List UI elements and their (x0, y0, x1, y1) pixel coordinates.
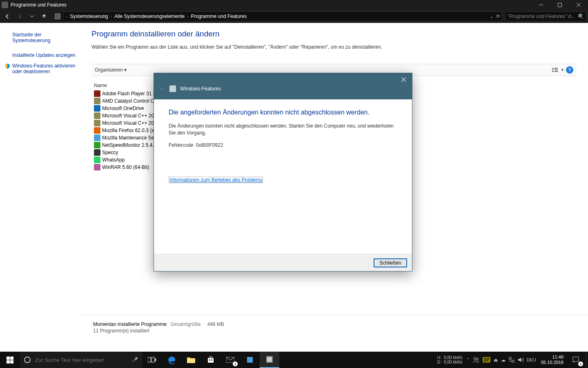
task-view-button[interactable] (142, 352, 162, 368)
program-icon (94, 135, 100, 141)
svg-rect-15 (187, 359, 195, 363)
net-speed-monitor[interactable]: U:0,00 kbit/s D:0,00 kbit/s (435, 355, 465, 364)
page-subtitle: Wählen Sie ein Programm aus der Liste au… (91, 44, 577, 50)
program-icon (94, 157, 100, 163)
nav-back-button[interactable] (2, 11, 13, 22)
status-title: Momentan installierte Programme (93, 321, 167, 327)
help-button[interactable]: ? (566, 66, 573, 74)
dialog-back-icon: ← (160, 85, 165, 92)
taskbar-settings-button[interactable] (240, 352, 260, 368)
dialog-heading: Die angeforderten Änderungen konnten nic… (169, 108, 397, 117)
svg-rect-9 (7, 360, 10, 364)
mic-icon[interactable]: 🎤 (132, 357, 138, 363)
breadcrumb[interactable]: Alle Systemsteuerungselemente (114, 13, 185, 19)
taskbar-mail-button[interactable] (220, 352, 240, 368)
breadcrumb[interactable]: Programme und Features (191, 13, 247, 19)
view-options-button[interactable] (550, 65, 561, 74)
svg-rect-8 (10, 357, 13, 360)
minimize-button[interactable] (532, 0, 550, 10)
organize-button[interactable]: Organisieren ▾ (95, 67, 127, 73)
breadcrumb[interactable]: Systemsteuerung (70, 13, 108, 19)
svg-rect-0 (558, 3, 562, 7)
svg-point-23 (477, 358, 479, 360)
volume-icon[interactable] (518, 357, 523, 363)
chevron-right-icon[interactable]: › (111, 14, 112, 19)
status-bar: Momentan installierte Programme Gesamtgr… (80, 315, 588, 339)
svg-rect-26 (573, 357, 579, 361)
search-icon: 🔍 (577, 13, 584, 19)
svg-rect-1 (552, 68, 554, 69)
lang-indicator[interactable]: DEU (527, 357, 536, 362)
svg-rect-14 (155, 358, 156, 361)
svg-rect-10 (10, 360, 13, 364)
tray-overflow-icon[interactable]: ˄ (467, 357, 470, 363)
onedrive-icon[interactable]: ☁ (501, 357, 506, 363)
taskbar-explorer-button[interactable] (181, 352, 201, 368)
address-bar[interactable]: › Systemsteuerung › Alle Systemsteuerung… (52, 11, 502, 21)
svg-rect-16 (209, 359, 210, 361)
chevron-down-icon[interactable]: ⌄ (490, 13, 494, 19)
svg-rect-3 (552, 71, 554, 72)
app-icon (2, 2, 8, 8)
nav-forward-button[interactable] (14, 11, 25, 22)
page-title: Programm deinstallieren oder ändern (91, 29, 577, 38)
taskbar-store-button[interactable] (201, 352, 220, 368)
svg-rect-25 (512, 360, 514, 362)
show-desktop-button[interactable] (586, 352, 588, 368)
start-button[interactable] (0, 352, 20, 368)
svg-rect-6 (555, 71, 558, 72)
people-icon[interactable] (473, 357, 479, 363)
svg-point-11 (24, 357, 30, 363)
taskbar-edge-button[interactable] (162, 352, 181, 368)
program-name: WinRAR 5.60 (64-Bit) (102, 164, 149, 170)
close-button[interactable] (569, 0, 588, 10)
dialog-close-button[interactable] (395, 73, 412, 85)
sidebar-item-label: Windows-Features aktivieren oder deaktiv… (12, 63, 76, 74)
status-size-label: Gesamtgröße: (170, 321, 202, 327)
sidebar-home-link[interactable]: Startseite der Systemsteuerung (4, 29, 76, 46)
chevron-right-icon[interactable]: › (187, 14, 188, 19)
sidebar: Startseite der Systemsteuerung Installie… (0, 23, 80, 339)
taskbar-search-input[interactable] (35, 357, 128, 363)
taskbar-clock[interactable]: 11:48 05.10.2018 (539, 355, 566, 365)
program-icon (94, 98, 100, 104)
chevron-down-icon[interactable]: ▼ (561, 68, 564, 72)
svg-rect-17 (211, 359, 212, 361)
window-title: Programme und Features (11, 2, 532, 8)
dialog-icon (169, 85, 176, 92)
cpu-badge[interactable]: 37 (483, 357, 490, 363)
nav-up-button[interactable] (38, 11, 50, 22)
address-icon (54, 13, 61, 20)
taskbar-search[interactable]: 🎤 (20, 352, 142, 368)
network-icon[interactable] (509, 357, 514, 363)
taskbar: 🎤 U:0,00 kbit/s D:0,00 kbit/s ˄ 37 ⏏ ☁ D… (0, 352, 588, 368)
dialog-close-action-button[interactable]: Schließen (374, 258, 407, 267)
dialog-help-link[interactable]: Informationen zum Beheben des Problems (169, 177, 263, 183)
svg-rect-24 (509, 357, 511, 359)
search-input[interactable]: "Programme und Features" d... 🔍 (505, 11, 586, 21)
program-icon (94, 112, 100, 119)
action-center-button[interactable] (566, 352, 586, 368)
dialog-title: Windows-Features (180, 86, 221, 92)
clock-date: 05.10.2018 (541, 360, 564, 365)
svg-rect-4 (555, 68, 558, 69)
navigation-toolbar: › Systemsteuerung › Alle Systemsteuerung… (0, 10, 588, 23)
window-titlebar: Programme und Features (0, 0, 588, 10)
program-icon (94, 164, 100, 171)
maximize-button[interactable] (550, 0, 569, 10)
search-placeholder: "Programme und Features" d... (508, 13, 575, 19)
program-name: WhatsApp (102, 157, 125, 163)
sidebar-features-link[interactable]: Windows-Features aktivieren oder deaktiv… (4, 61, 76, 77)
status-size-value: 448 MB (207, 321, 224, 327)
refresh-icon[interactable]: ⟳ (496, 13, 500, 19)
usb-icon[interactable]: ⏏ (494, 357, 498, 363)
dialog-message: Die Änderungen konnten nicht abgeschloss… (169, 123, 397, 137)
svg-point-22 (474, 357, 476, 360)
taskbar-app-button[interactable] (260, 352, 279, 368)
sidebar-updates-link[interactable]: Installierte Updates anzeigen (4, 50, 76, 61)
nav-history-button[interactable] (26, 11, 38, 22)
chevron-right-icon[interactable]: › (66, 14, 67, 19)
program-icon (94, 105, 100, 112)
cortana-icon (24, 356, 31, 364)
clock-time: 11:48 (552, 355, 564, 360)
